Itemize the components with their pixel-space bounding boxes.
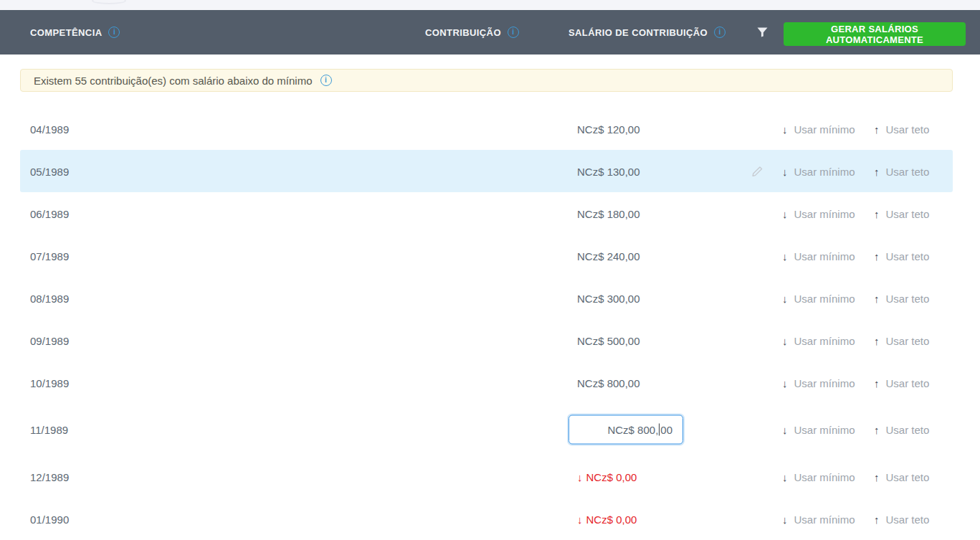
usar-teto-label: Usar teto	[886, 424, 930, 436]
competencia-cell: 10/1989	[30, 376, 69, 389]
table-row[interactable]: 12/1989↓NCz$ 0,00↓Usar mínimo↑Usar teto	[20, 455, 953, 498]
edit-pencil-icon[interactable]	[751, 165, 763, 177]
usar-minimo-label: Usar mínimo	[794, 513, 855, 525]
below-minimum-arrow-icon: ↓	[577, 513, 583, 525]
table-row[interactable]: 07/1989NCz$ 240,00↓Usar mínimo↑Usar teto	[20, 235, 953, 277]
usar-teto-label: Usar teto	[886, 470, 930, 483]
table-row[interactable]: 04/1989NCz$ 120,00↓Usar mínimo↑Usar teto	[20, 108, 953, 150]
up-arrow-icon: ↑	[874, 165, 880, 177]
usar-teto-button[interactable]: ↑Usar teto	[874, 334, 929, 346]
column-header-contribuicao: CONTRIBUIÇÃO i	[425, 10, 519, 55]
up-arrow-icon: ↑	[874, 470, 880, 483]
down-arrow-icon: ↓	[782, 470, 788, 483]
salario-contribuicao-cell-below-minimum[interactable]: ↓NCz$ 0,00	[577, 470, 637, 483]
table-row[interactable]: 05/1989NCz$ 130,00↓Usar mínimo↑Usar teto	[20, 150, 953, 192]
salary-contributions-screen: COMPETÊNCIA i CONTRIBUIÇÃO i SALÁRIO DE …	[0, 0, 980, 540]
usar-minimo-button[interactable]: ↓Usar mínimo	[782, 513, 855, 525]
input-value-after-caret: 00	[660, 424, 672, 436]
up-arrow-icon: ↑	[874, 292, 880, 304]
table-row[interactable]: 10/1989NCz$ 800,00↓Usar mínimo↑Usar teto	[20, 361, 953, 404]
usar-minimo-button[interactable]: ↓Usar mínimo	[782, 165, 855, 177]
usar-minimo-button[interactable]: ↓Usar mínimo	[782, 470, 855, 483]
usar-minimo-label: Usar mínimo	[794, 250, 855, 262]
warning-banner-text: Existem 55 contribuição(es) com salário …	[34, 75, 313, 87]
usar-minimo-button[interactable]: ↓Usar mínimo	[782, 207, 855, 219]
usar-teto-button[interactable]: ↑Usar teto	[874, 165, 929, 177]
salario-value: NCz$ 0,00	[586, 470, 637, 483]
up-arrow-icon: ↑	[874, 207, 880, 219]
usar-minimo-button[interactable]: ↓Usar mínimo	[782, 292, 855, 304]
down-arrow-icon: ↓	[782, 334, 788, 346]
usar-teto-button[interactable]: ↑Usar teto	[874, 250, 929, 262]
salario-value: NCz$ 0,00	[586, 513, 637, 525]
table-row[interactable]: 06/1989NCz$ 180,00↓Usar mínimo↑Usar teto	[20, 192, 953, 235]
usar-teto-button[interactable]: ↑Usar teto	[874, 470, 929, 483]
down-arrow-icon: ↓	[782, 424, 788, 436]
usar-minimo-button[interactable]: ↓Usar mínimo	[782, 123, 855, 135]
salario-contribuicao-cell[interactable]: NCz$ 240,00	[577, 250, 640, 262]
contributions-table-body: 04/1989NCz$ 120,00↓Usar mínimo↑Usar teto…	[20, 108, 953, 540]
salario-contribuicao-cell[interactable]: NCz$ 800,00	[577, 376, 640, 389]
usar-teto-button[interactable]: ↑Usar teto	[874, 513, 929, 525]
column-header-label: SALÁRIO DE CONTRIBUIÇÃO	[569, 27, 708, 38]
column-header-salario-de-contribuicao: SALÁRIO DE CONTRIBUIÇÃO i	[569, 10, 726, 55]
table-row[interactable]: 08/1989NCz$ 300,00↓Usar mínimo↑Usar teto	[20, 277, 953, 319]
competencia-cell: 11/1989	[30, 424, 68, 436]
info-icon[interactable]: i	[108, 27, 120, 38]
usar-teto-label: Usar teto	[886, 123, 930, 135]
usar-minimo-label: Usar mínimo	[794, 207, 855, 219]
up-arrow-icon: ↑	[874, 123, 880, 135]
usar-teto-button[interactable]: ↑Usar teto	[874, 207, 929, 219]
text-caret	[659, 424, 660, 436]
column-header-label: COMPETÊNCIA	[30, 27, 102, 38]
usar-minimo-button[interactable]: ↓Usar mínimo	[782, 250, 855, 262]
usar-teto-label: Usar teto	[886, 334, 930, 346]
usar-teto-button[interactable]: ↑Usar teto	[874, 376, 929, 389]
info-icon[interactable]: i	[508, 27, 519, 38]
usar-minimo-button[interactable]: ↓Usar mínimo	[782, 334, 855, 346]
salario-contribuicao-cell-below-minimum[interactable]: ↓NCz$ 0,00	[577, 513, 637, 525]
usar-teto-label: Usar teto	[886, 292, 930, 304]
table-row[interactable]: 11/1989NCz$ 800,00↓Usar mínimo↑Usar teto	[20, 404, 953, 455]
column-header-competencia: COMPETÊNCIA i	[30, 10, 120, 55]
info-icon[interactable]: i	[320, 75, 332, 86]
usar-minimo-label: Usar mínimo	[794, 424, 855, 436]
usar-teto-label: Usar teto	[886, 376, 930, 389]
usar-minimo-button[interactable]: ↓Usar mínimo	[782, 424, 855, 436]
salario-contribuicao-cell[interactable]: NCz$ 500,00	[577, 334, 640, 346]
salario-contribuicao-cell[interactable]: NCz$ 180,00	[577, 207, 640, 219]
up-arrow-icon: ↑	[874, 334, 880, 346]
usar-minimo-label: Usar mínimo	[794, 123, 855, 135]
table-row[interactable]: 09/1989NCz$ 500,00↓Usar mínimo↑Usar teto	[20, 319, 953, 361]
salario-contribuicao-input[interactable]: NCz$ 800,00	[569, 415, 683, 445]
competencia-cell: 05/1989	[30, 165, 69, 177]
usar-teto-button[interactable]: ↑Usar teto	[874, 424, 929, 436]
competencia-cell: 09/1989	[30, 334, 69, 346]
generate-salaries-button[interactable]: GERAR SALÁRIOS AUTOMATICAMENTE	[784, 22, 966, 46]
salario-contribuicao-cell[interactable]: NCz$ 300,00	[577, 292, 640, 304]
down-arrow-icon: ↓	[782, 513, 788, 525]
usar-teto-label: Usar teto	[886, 165, 930, 177]
up-arrow-icon: ↑	[874, 376, 880, 389]
competencia-cell: 12/1989	[30, 470, 69, 483]
usar-minimo-label: Usar mínimo	[794, 376, 855, 389]
usar-teto-label: Usar teto	[886, 513, 930, 525]
salario-contribuicao-cell[interactable]: NCz$ 120,00	[577, 123, 640, 135]
usar-teto-button[interactable]: ↑Usar teto	[874, 123, 929, 135]
usar-minimo-label: Usar mínimo	[794, 165, 855, 177]
competencia-cell: 07/1989	[30, 250, 69, 262]
down-arrow-icon: ↓	[782, 165, 788, 177]
filter-icon[interactable]	[757, 10, 768, 55]
table-header: COMPETÊNCIA i CONTRIBUIÇÃO i SALÁRIO DE …	[0, 10, 980, 55]
down-arrow-icon: ↓	[782, 123, 788, 135]
salario-contribuicao-cell[interactable]: NCz$ 130,00	[577, 165, 640, 177]
down-arrow-icon: ↓	[782, 376, 788, 389]
up-arrow-icon: ↑	[874, 250, 880, 262]
competencia-cell: 04/1989	[30, 123, 69, 135]
usar-teto-label: Usar teto	[886, 250, 930, 262]
table-row[interactable]: 01/1990↓NCz$ 0,00↓Usar mínimo↑Usar teto	[20, 498, 953, 540]
usar-teto-label: Usar teto	[886, 207, 930, 219]
usar-minimo-button[interactable]: ↓Usar mínimo	[782, 376, 855, 389]
usar-teto-button[interactable]: ↑Usar teto	[874, 292, 929, 304]
info-icon[interactable]: i	[714, 27, 726, 38]
